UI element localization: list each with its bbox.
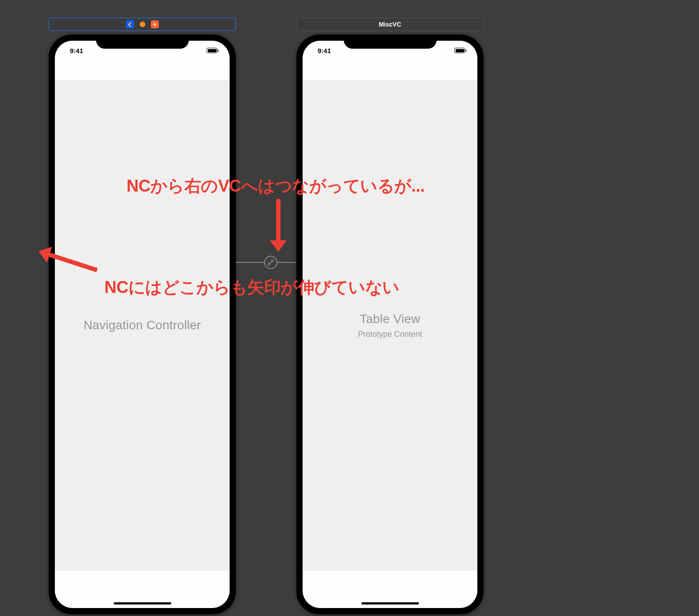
scene-navigation-controller[interactable]: 9:41 Navigation Controller <box>49 18 236 614</box>
annotation-arrow-down-icon <box>276 199 280 241</box>
content-main-label: Navigation Controller <box>84 318 201 332</box>
first-responder-icon[interactable] <box>138 20 146 28</box>
scene-title-bar[interactable]: MiscVC <box>296 18 484 31</box>
content-main-label: Table View <box>360 312 420 326</box>
phone-frame-left: 9:41 Navigation Controller <box>49 35 236 614</box>
segue-badge-icon <box>264 256 277 269</box>
status-time: 9:41 <box>70 47 83 54</box>
scene-title-label: MiscVC <box>379 21 401 28</box>
scene-title-bar[interactable] <box>49 18 236 31</box>
status-time: 9:41 <box>318 47 331 54</box>
home-indicator-icon <box>114 602 171 604</box>
toolbar-area <box>303 571 477 608</box>
navbar-area <box>55 60 230 80</box>
svg-point-1 <box>268 263 270 265</box>
phone-frame-right: 9:41 Table View Prototype Content <box>296 35 484 614</box>
annotation-mid-text: NCにはどこからも矢印が伸びていない <box>104 276 399 299</box>
content-area-right: Table View Prototype Content <box>303 80 477 571</box>
battery-icon <box>207 48 217 53</box>
notch-icon <box>344 35 437 49</box>
screen-left: 9:41 Navigation Controller <box>55 41 230 608</box>
navbar-area <box>303 60 477 80</box>
svg-point-2 <box>272 260 273 262</box>
nav-back-icon[interactable] <box>126 20 134 28</box>
toolbar-area <box>55 571 230 608</box>
screen-right: 9:41 Table View Prototype Content <box>303 41 477 608</box>
segue-line-icon <box>236 262 264 263</box>
scene-misc-vc[interactable]: MiscVC 9:41 Table View Prototype Content <box>296 18 484 614</box>
notch-icon <box>96 35 189 49</box>
content-sub-label: Prototype Content <box>358 330 422 339</box>
home-indicator-icon <box>361 602 419 604</box>
battery-icon <box>454 48 465 53</box>
svg-line-3 <box>270 262 272 264</box>
exit-icon[interactable] <box>151 20 159 28</box>
annotation-top-text: NCから右のVCへはつながっているが... <box>127 175 425 197</box>
content-area-left: Navigation Controller <box>55 80 230 571</box>
